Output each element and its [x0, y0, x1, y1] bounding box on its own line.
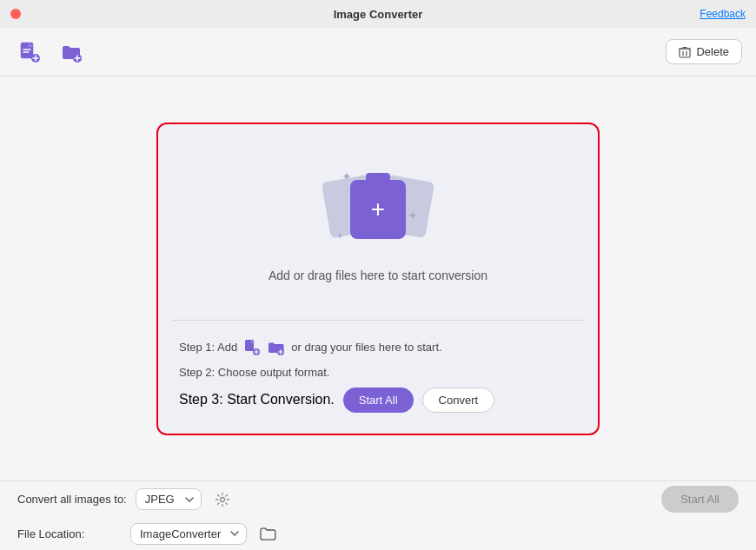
feedback-link[interactable]: Feedback: [700, 8, 746, 20]
app-title: Image Converter: [334, 8, 423, 21]
toolbar-right: Delete: [666, 39, 742, 64]
add-file-icon: [17, 40, 42, 64]
add-folder-icon: [59, 40, 83, 64]
drop-zone-upper: + ✦ ✦ ✦ Add or drag files here to start …: [158, 124, 598, 320]
delete-button[interactable]: Delete: [666, 39, 742, 64]
format-select[interactable]: JPEG PNG WebP TIFF BMP GIF: [136, 488, 202, 510]
title-bar: Image Converter Feedback: [0, 0, 756, 28]
step1-middle-text: or drag your files here to start.: [291, 341, 441, 354]
folder-plus-icon: +: [371, 197, 385, 222]
step1-row: Step 1: Add: [179, 338, 577, 357]
close-button[interactable]: [10, 9, 21, 19]
sparkle-icon-2: ✦: [408, 209, 418, 222]
drop-zone[interactable]: + ✦ ✦ ✦ Add or drag files here to start …: [156, 123, 600, 435]
add-folder-button[interactable]: [56, 36, 87, 68]
sparkle-icon-3: ✦: [336, 231, 343, 241]
svg-rect-9: [680, 49, 690, 57]
step3-text: Step 3: Start Conversion.: [179, 392, 335, 408]
toolbar-left: [14, 36, 87, 68]
step1-add-folder-icon: [267, 338, 286, 357]
start-all-bottom-button: Start All: [661, 486, 739, 513]
steps-section: Step 1: Add: [158, 321, 598, 434]
add-file-button[interactable]: [14, 36, 45, 68]
folder-icon: [259, 526, 276, 541]
convert-label: Convert all images to:: [17, 493, 127, 506]
main-content: + ✦ ✦ ✦ Add or drag files here to start …: [0, 76, 756, 480]
step2-row: Step 2: Choose output format.: [179, 366, 577, 379]
step3-row: Step 3: Start Conversion. Start All Conv…: [179, 388, 577, 413]
bottom-right: Start All: [661, 486, 739, 513]
step1-text: Step 1: Add: [179, 341, 237, 354]
svg-rect-0: [21, 43, 33, 58]
format-settings-button[interactable]: [210, 487, 235, 512]
gear-icon: [215, 492, 230, 507]
location-select[interactable]: ImageConverter Custom...: [130, 523, 247, 545]
drop-prompt-text: Add or drag files here to start conversi…: [269, 268, 487, 282]
window-controls: [10, 9, 21, 19]
toolbar: Delete: [0, 28, 756, 76]
step2-text: Step 2: Choose output format.: [179, 366, 329, 379]
bottom-row-format: Convert all images to: JPEG PNG WebP TIF…: [17, 486, 739, 513]
folder-main: +: [350, 180, 406, 239]
bottom-bar: Convert all images to: JPEG PNG WebP TIF…: [0, 480, 756, 550]
svg-point-21: [220, 497, 224, 501]
folder-illustration: + ✦ ✦ ✦: [335, 169, 421, 248]
step1-add-file-icon: [242, 338, 262, 357]
sparkle-icon-1: ✦: [342, 169, 352, 183]
folder-browse-button[interactable]: [255, 521, 280, 546]
convert-button[interactable]: Convert: [422, 388, 495, 413]
start-all-button[interactable]: Start All: [343, 388, 414, 413]
bottom-row-location: File Location: ImageConverter Custom...: [17, 521, 739, 546]
file-location-label: File Location:: [17, 527, 122, 540]
trash-icon: [679, 46, 691, 58]
